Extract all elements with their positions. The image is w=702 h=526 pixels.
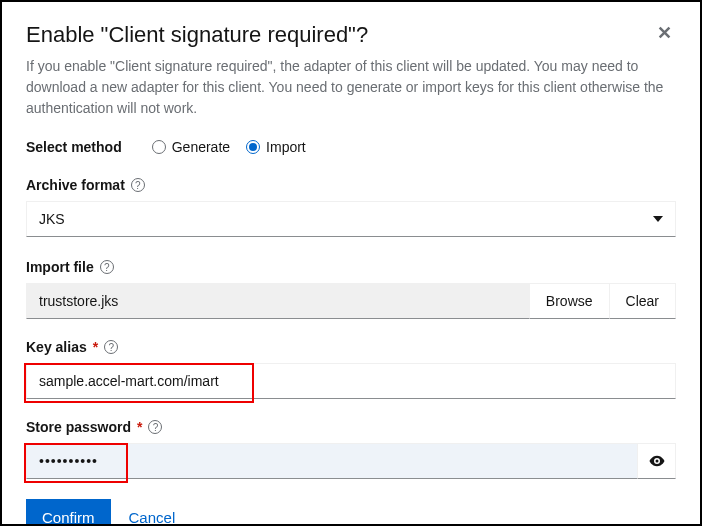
radio-icon	[152, 140, 166, 154]
select-method-label: Select method	[26, 139, 122, 155]
required-indicator: *	[137, 419, 142, 435]
dialog-title: Enable "Client signature required"?	[26, 22, 368, 48]
archive-format-value: JKS	[39, 211, 65, 227]
required-indicator: *	[93, 339, 98, 355]
key-alias-input[interactable]	[26, 363, 676, 399]
import-file-label: Import file	[26, 259, 94, 275]
chevron-down-icon	[653, 216, 663, 222]
store-password-label: Store password	[26, 419, 131, 435]
archive-format-label: Archive format	[26, 177, 125, 193]
store-password-input[interactable]	[26, 443, 638, 479]
key-alias-label: Key alias	[26, 339, 87, 355]
eye-icon	[648, 452, 666, 470]
radio-generate-label: Generate	[172, 139, 230, 155]
confirm-button[interactable]: Confirm	[26, 499, 111, 526]
radio-generate[interactable]: Generate	[152, 139, 230, 155]
help-icon[interactable]: ?	[100, 260, 114, 274]
archive-format-select[interactable]: JKS	[26, 201, 676, 237]
help-icon[interactable]: ?	[104, 340, 118, 354]
radio-import-label: Import	[266, 139, 306, 155]
close-icon[interactable]: ✕	[653, 22, 676, 44]
clear-button[interactable]: Clear	[610, 283, 676, 319]
help-icon[interactable]: ?	[148, 420, 162, 434]
method-radio-group: Generate Import	[152, 139, 306, 155]
dialog-description: If you enable "Client signature required…	[26, 56, 676, 119]
radio-icon	[246, 140, 260, 154]
browse-button[interactable]: Browse	[530, 283, 610, 319]
radio-import[interactable]: Import	[246, 139, 306, 155]
cancel-button[interactable]: Cancel	[129, 509, 176, 526]
toggle-password-button[interactable]	[638, 443, 676, 479]
help-icon[interactable]: ?	[131, 178, 145, 192]
import-file-name: truststore.jks	[26, 283, 530, 319]
